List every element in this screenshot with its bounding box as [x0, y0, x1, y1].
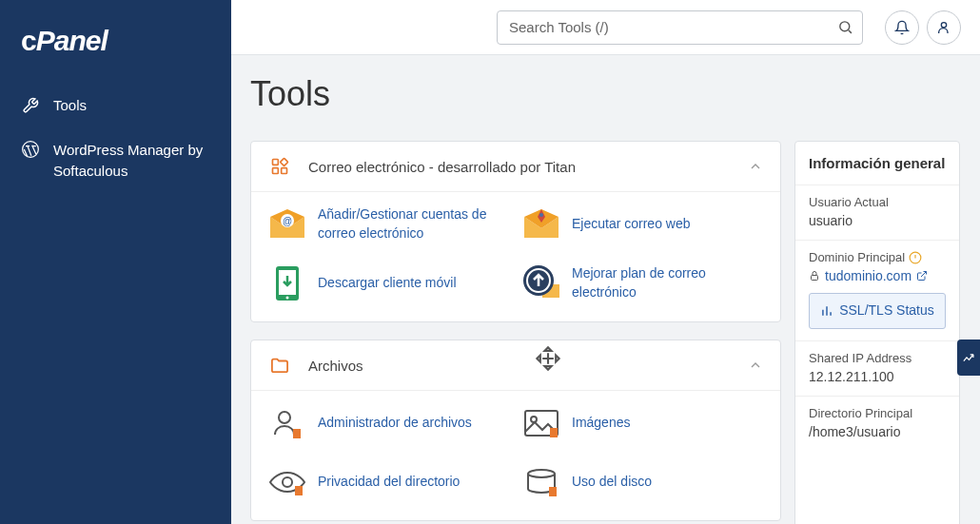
user-value: usuario	[809, 213, 946, 228]
item-upgrade-email-plan[interactable]: Mejorar plan de correo electrónico	[520, 262, 765, 304]
search-icon	[837, 19, 853, 35]
user-file-icon	[266, 402, 308, 444]
ssl-status-button[interactable]: SSL/TLS Status	[809, 293, 946, 329]
dir-label: Directorio Principal	[809, 406, 946, 420]
eye-privacy-icon	[266, 461, 308, 503]
svg-rect-22	[295, 486, 303, 495]
domain-value: tudominio.com	[825, 268, 911, 283]
svg-rect-4	[280, 158, 287, 165]
envelope-rocket-icon	[520, 204, 562, 245]
sidebar-item-wordpress[interactable]: WordPress Manager by Softaculous	[0, 128, 231, 194]
panel-header-email[interactable]: Correo electrónico - desarrollado por Ti…	[251, 142, 780, 191]
svg-point-19	[531, 417, 537, 422]
envelope-at-icon: @	[266, 204, 308, 245]
svg-point-16	[279, 412, 290, 423]
sidebar: cPanel Tools WordPress Manager by Softac…	[0, 0, 231, 524]
move-icon[interactable]	[535, 345, 561, 372]
ip-value: 12.12.211.100	[809, 369, 946, 384]
svg-point-21	[283, 477, 292, 487]
mobile-download-icon	[266, 262, 308, 304]
svg-rect-3	[273, 160, 279, 165]
disk-icon	[520, 461, 562, 503]
chevron-up-icon	[748, 159, 763, 174]
item-file-manager[interactable]: Administrador de archivos	[266, 402, 511, 444]
svg-point-23	[528, 470, 555, 477]
sidebar-item-tools[interactable]: Tools	[0, 84, 231, 128]
item-images[interactable]: Imágenes	[520, 402, 765, 444]
warning-icon	[909, 251, 922, 264]
svg-point-9	[539, 213, 543, 217]
chart-line-icon	[962, 351, 976, 365]
item-label: Imágenes	[572, 414, 630, 433]
panel-email: Correo electrónico - desarrollado por Ti…	[250, 141, 781, 322]
svg-point-2	[941, 22, 946, 27]
svg-text:@: @	[283, 216, 292, 226]
item-label: Uso del disco	[572, 473, 652, 492]
user-icon	[936, 20, 951, 35]
ip-label: Shared IP Address	[809, 351, 946, 365]
chart-icon	[820, 304, 833, 318]
apps-icon	[268, 155, 291, 178]
lock-icon	[809, 270, 820, 281]
panel-files: Archivos Administrador de archivos	[250, 340, 781, 521]
item-label: Mejorar plan de correo electrónico	[572, 264, 765, 301]
svg-rect-24	[549, 487, 557, 496]
item-label: Descargar cliente móvil	[318, 274, 457, 293]
logo[interactable]: cPanel	[0, 11, 231, 84]
item-label: Administrador de archivos	[318, 414, 472, 433]
bell-icon	[894, 20, 910, 35]
upgrade-icon	[520, 262, 562, 304]
item-add-email-accounts[interactable]: @ Añadir/Gestionar cuentas de correo ele…	[266, 204, 511, 245]
svg-point-1	[840, 21, 850, 30]
image-icon	[520, 402, 562, 444]
ssl-button-label: SSL/TLS Status	[839, 301, 934, 320]
panel-title: Correo electrónico - desarrollado por Ti…	[308, 159, 748, 175]
panel-title: Archivos	[308, 358, 748, 374]
item-run-webmail[interactable]: Ejecutar correo web	[520, 204, 765, 245]
item-download-mobile-client[interactable]: Descargar cliente móvil	[266, 262, 511, 304]
topbar	[231, 0, 980, 55]
search-wrap	[497, 10, 863, 45]
external-link-icon	[916, 270, 928, 281]
info-panel: Información general Usuario Actual usuar…	[794, 141, 960, 524]
item-label: Añadir/Gestionar cuentas de correo elect…	[318, 205, 511, 243]
domain-label: Dominio Principal	[809, 250, 946, 264]
svg-rect-6	[282, 168, 287, 174]
user-label: Usuario Actual	[809, 195, 946, 209]
svg-point-12	[286, 297, 289, 300]
item-label: Privacidad del directorio	[318, 473, 460, 492]
page-title: Tools	[250, 74, 961, 114]
main: Tools Correo electrónico - desarrollado …	[231, 55, 980, 524]
item-label: Ejecutar correo web	[572, 215, 691, 234]
dir-value: /home3/usuario	[809, 424, 946, 439]
wordpress-icon	[21, 140, 40, 159]
panel-header-files[interactable]: Archivos	[251, 340, 780, 390]
info-header: Información general	[795, 142, 959, 185]
chevron-up-icon	[748, 358, 763, 373]
sidebar-item-label: Tools	[53, 95, 87, 117]
notifications-button[interactable]	[885, 10, 919, 45]
item-disk-usage[interactable]: Uso del disco	[520, 461, 765, 503]
stats-tab[interactable]	[957, 340, 980, 376]
search-input[interactable]	[497, 10, 863, 45]
domain-link[interactable]: tudominio.com	[809, 268, 946, 283]
svg-rect-5	[273, 168, 279, 174]
item-directory-privacy[interactable]: Privacidad del directorio	[266, 461, 511, 503]
account-button[interactable]	[927, 10, 961, 45]
folder-icon	[268, 354, 291, 377]
tools-icon	[21, 96, 40, 115]
svg-rect-20	[550, 428, 558, 437]
svg-rect-26	[812, 276, 818, 281]
sidebar-item-label: WordPress Manager by Softaculous	[53, 140, 210, 183]
svg-rect-17	[293, 429, 301, 438]
